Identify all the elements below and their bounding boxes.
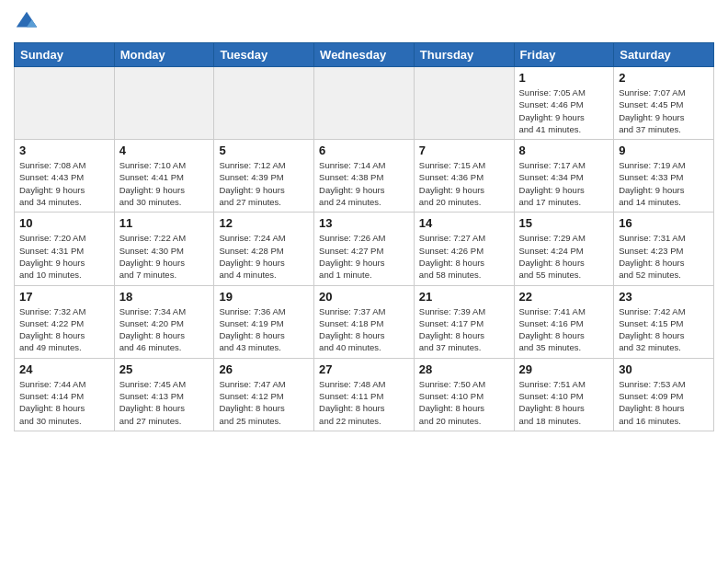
day-number: 23 — [619, 290, 709, 304]
day-detail: Sunrise: 7:45 AM Sunset: 4:13 PM Dayligh… — [119, 378, 210, 427]
day-number: 13 — [319, 216, 409, 230]
day-number: 17 — [19, 290, 109, 304]
weekday-header: Thursday — [414, 43, 514, 67]
calendar-cell: 18Sunrise: 7:34 AM Sunset: 4:20 PM Dayli… — [114, 285, 214, 358]
calendar-cell: 23Sunrise: 7:42 AM Sunset: 4:15 PM Dayli… — [614, 285, 714, 358]
day-number: 6 — [319, 144, 409, 157]
calendar-cell: 7Sunrise: 7:15 AM Sunset: 4:36 PM Daylig… — [414, 140, 514, 213]
weekday-header: Tuesday — [214, 43, 314, 67]
day-detail: Sunrise: 7:17 AM Sunset: 4:34 PM Dayligh… — [519, 159, 609, 208]
day-detail: Sunrise: 7:42 AM Sunset: 4:15 PM Dayligh… — [619, 305, 709, 354]
calendar-header-row: SundayMondayTuesdayWednesdayThursdayFrid… — [15, 43, 714, 67]
weekday-header: Friday — [514, 43, 614, 67]
day-detail: Sunrise: 7:41 AM Sunset: 4:16 PM Dayligh… — [519, 305, 609, 354]
calendar-cell: 11Sunrise: 7:22 AM Sunset: 4:30 PM Dayli… — [114, 213, 214, 285]
calendar-cell: 22Sunrise: 7:41 AM Sunset: 4:16 PM Dayli… — [514, 285, 614, 358]
calendar-cell — [414, 67, 514, 140]
day-detail: Sunrise: 7:37 AM Sunset: 4:18 PM Dayligh… — [319, 305, 409, 354]
day-number: 7 — [419, 144, 509, 157]
day-number: 9 — [619, 144, 709, 157]
day-number: 18 — [119, 290, 210, 304]
calendar-cell: 29Sunrise: 7:51 AM Sunset: 4:10 PM Dayli… — [514, 358, 614, 431]
day-number: 4 — [119, 144, 210, 157]
page: SundayMondayTuesdayWednesdayThursdayFrid… — [0, 0, 728, 563]
calendar-cell: 15Sunrise: 7:29 AM Sunset: 4:24 PM Dayli… — [514, 213, 614, 285]
day-detail: Sunrise: 7:44 AM Sunset: 4:14 PM Dayligh… — [19, 378, 109, 427]
calendar-cell: 24Sunrise: 7:44 AM Sunset: 4:14 PM Dayli… — [15, 358, 115, 431]
day-number: 3 — [19, 144, 109, 157]
calendar-cell: 8Sunrise: 7:17 AM Sunset: 4:34 PM Daylig… — [514, 140, 614, 213]
day-detail: Sunrise: 7:32 AM Sunset: 4:22 PM Dayligh… — [19, 305, 109, 354]
calendar-cell: 3Sunrise: 7:08 AM Sunset: 4:43 PM Daylig… — [15, 140, 115, 213]
day-detail: Sunrise: 7:31 AM Sunset: 4:23 PM Dayligh… — [619, 232, 709, 281]
day-detail: Sunrise: 7:48 AM Sunset: 4:11 PM Dayligh… — [319, 378, 409, 427]
calendar-cell — [314, 67, 415, 140]
calendar-cell: 9Sunrise: 7:19 AM Sunset: 4:33 PM Daylig… — [614, 140, 714, 213]
day-detail: Sunrise: 7:20 AM Sunset: 4:31 PM Dayligh… — [19, 232, 109, 281]
day-number: 15 — [519, 216, 609, 230]
day-number: 26 — [219, 362, 309, 376]
day-number: 30 — [619, 362, 709, 376]
day-number: 20 — [319, 290, 409, 304]
calendar-cell: 17Sunrise: 7:32 AM Sunset: 4:22 PM Dayli… — [15, 285, 115, 358]
day-number: 21 — [419, 290, 509, 304]
calendar-week-row: 1Sunrise: 7:05 AM Sunset: 4:46 PM Daylig… — [15, 67, 714, 140]
weekday-header: Saturday — [614, 43, 714, 67]
calendar-cell: 1Sunrise: 7:05 AM Sunset: 4:46 PM Daylig… — [514, 67, 614, 140]
day-detail: Sunrise: 7:10 AM Sunset: 4:41 PM Dayligh… — [119, 159, 210, 208]
calendar-cell: 19Sunrise: 7:36 AM Sunset: 4:19 PM Dayli… — [214, 285, 314, 358]
calendar-cell: 26Sunrise: 7:47 AM Sunset: 4:12 PM Dayli… — [214, 358, 314, 431]
day-number: 1 — [519, 71, 609, 85]
calendar-week-row: 17Sunrise: 7:32 AM Sunset: 4:22 PM Dayli… — [15, 285, 714, 358]
day-number: 22 — [519, 290, 609, 304]
day-detail: Sunrise: 7:15 AM Sunset: 4:36 PM Dayligh… — [419, 159, 509, 208]
calendar-cell: 21Sunrise: 7:39 AM Sunset: 4:17 PM Dayli… — [414, 285, 514, 358]
day-number: 24 — [19, 362, 109, 376]
day-number: 25 — [119, 362, 210, 376]
day-detail: Sunrise: 7:22 AM Sunset: 4:30 PM Dayligh… — [119, 232, 210, 281]
calendar-week-row: 3Sunrise: 7:08 AM Sunset: 4:43 PM Daylig… — [15, 140, 714, 213]
day-detail: Sunrise: 7:29 AM Sunset: 4:24 PM Dayligh… — [519, 232, 609, 281]
day-number: 27 — [319, 362, 409, 376]
day-number: 16 — [619, 216, 709, 230]
day-detail: Sunrise: 7:07 AM Sunset: 4:45 PM Dayligh… — [619, 86, 709, 135]
day-detail: Sunrise: 7:47 AM Sunset: 4:12 PM Dayligh… — [219, 378, 309, 427]
calendar-week-row: 10Sunrise: 7:20 AM Sunset: 4:31 PM Dayli… — [15, 213, 714, 285]
calendar-cell — [15, 67, 115, 140]
day-number: 12 — [219, 216, 309, 230]
calendar-cell: 30Sunrise: 7:53 AM Sunset: 4:09 PM Dayli… — [614, 358, 714, 431]
day-detail: Sunrise: 7:26 AM Sunset: 4:27 PM Dayligh… — [319, 232, 409, 281]
weekday-header: Wednesday — [314, 43, 415, 67]
day-detail: Sunrise: 7:08 AM Sunset: 4:43 PM Dayligh… — [19, 159, 109, 208]
calendar-cell: 4Sunrise: 7:10 AM Sunset: 4:41 PM Daylig… — [114, 140, 214, 213]
calendar-cell: 25Sunrise: 7:45 AM Sunset: 4:13 PM Dayli… — [114, 358, 214, 431]
day-number: 10 — [19, 216, 109, 230]
day-number: 19 — [219, 290, 309, 304]
weekday-header: Sunday — [15, 43, 115, 67]
calendar-cell: 5Sunrise: 7:12 AM Sunset: 4:39 PM Daylig… — [214, 140, 314, 213]
calendar-cell: 27Sunrise: 7:48 AM Sunset: 4:11 PM Dayli… — [314, 358, 415, 431]
logo-icon — [14, 9, 40, 35]
day-detail: Sunrise: 7:39 AM Sunset: 4:17 PM Dayligh… — [419, 305, 509, 354]
day-detail: Sunrise: 7:05 AM Sunset: 4:46 PM Dayligh… — [519, 86, 609, 135]
day-number: 5 — [219, 144, 309, 157]
calendar-cell: 12Sunrise: 7:24 AM Sunset: 4:28 PM Dayli… — [214, 213, 314, 285]
day-number: 29 — [519, 362, 609, 376]
day-number: 28 — [419, 362, 509, 376]
day-number: 8 — [519, 144, 609, 157]
calendar-cell: 10Sunrise: 7:20 AM Sunset: 4:31 PM Dayli… — [15, 213, 115, 285]
weekday-header: Monday — [114, 43, 214, 67]
day-detail: Sunrise: 7:24 AM Sunset: 4:28 PM Dayligh… — [219, 232, 309, 281]
calendar-cell: 16Sunrise: 7:31 AM Sunset: 4:23 PM Dayli… — [614, 213, 714, 285]
calendar-cell — [114, 67, 214, 140]
day-detail: Sunrise: 7:34 AM Sunset: 4:20 PM Dayligh… — [119, 305, 210, 354]
calendar-cell: 14Sunrise: 7:27 AM Sunset: 4:26 PM Dayli… — [414, 213, 514, 285]
day-detail: Sunrise: 7:50 AM Sunset: 4:10 PM Dayligh… — [419, 378, 509, 427]
day-detail: Sunrise: 7:12 AM Sunset: 4:39 PM Dayligh… — [219, 159, 309, 208]
day-number: 2 — [619, 71, 709, 85]
day-detail: Sunrise: 7:19 AM Sunset: 4:33 PM Dayligh… — [619, 159, 709, 208]
calendar-cell — [214, 67, 314, 140]
header — [14, 9, 714, 35]
day-detail: Sunrise: 7:27 AM Sunset: 4:26 PM Dayligh… — [419, 232, 509, 281]
day-detail: Sunrise: 7:14 AM Sunset: 4:38 PM Dayligh… — [319, 159, 409, 208]
